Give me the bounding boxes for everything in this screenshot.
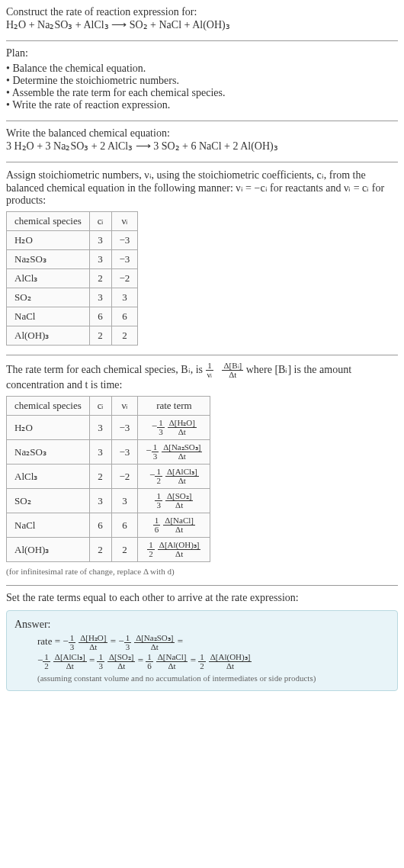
- col-species: chemical species: [7, 212, 90, 231]
- cell-rate: 16Δ[NaCl]Δt: [138, 513, 210, 538]
- cell-rate: −12Δ[AlCl₃]Δt: [138, 465, 210, 489]
- rate-frac-2: Δ[Bᵢ] Δt: [222, 362, 243, 379]
- unbalanced-equation: H₂O + Na₂SO₃ + AlCl₃ ⟶ SO₂ + NaCl + Al(O…: [6, 18, 398, 31]
- answer-title: Answer:: [14, 619, 390, 631]
- col-ci: cᵢ: [89, 212, 111, 231]
- plan-item: Write the rate of reaction expression.: [6, 99, 398, 111]
- cell-vi: 6: [111, 513, 138, 538]
- table-row: Al(OH)₃22: [7, 326, 138, 346]
- col-vi: νᵢ: [111, 212, 138, 231]
- table-row: NaCl66: [7, 307, 138, 326]
- cell-species: NaCl: [7, 307, 90, 326]
- cell-ci: 3: [89, 288, 111, 307]
- cell-ci: 3: [89, 231, 111, 250]
- cell-rate: 12Δ[Al(OH)₃]Δt: [138, 538, 210, 562]
- rate-line-2: −12Δ[AlCl₃]Δt = 13Δ[SO₂]Δt = 16Δ[NaCl]Δt…: [37, 653, 390, 670]
- page-title: Construct the rate of reaction expressio…: [6, 6, 398, 18]
- cell-ci: 2: [89, 269, 111, 288]
- table-row: H₂O3−3−13Δ[H₂O]Δt: [7, 416, 210, 440]
- cell-vi: 3: [111, 489, 138, 513]
- rate-line-1: rate = −13Δ[H₂O]Δt = −13Δ[Na₂SO₃]Δt =: [37, 634, 390, 651]
- cell-vi: −3: [111, 250, 138, 269]
- rate-table: chemical species cᵢ νᵢ rate term H₂O3−3−…: [6, 396, 210, 562]
- cell-species: AlCl₃: [7, 269, 90, 288]
- final-block: Set the rate terms equal to each other t…: [6, 592, 398, 691]
- cell-ci: 3: [89, 416, 111, 440]
- answer-note: (assuming constant volume and no accumul…: [37, 674, 390, 683]
- infinitesimal-note: (for infinitesimal rate of change, repla…: [6, 567, 398, 576]
- table-header-row: chemical species cᵢ νᵢ rate term: [7, 397, 210, 416]
- cell-ci: 2: [89, 326, 111, 346]
- table-row: SO₂33: [7, 288, 138, 307]
- col-species: chemical species: [7, 397, 90, 416]
- rate-intro-text1: The rate term for each chemical species,…: [6, 364, 206, 375]
- plan-item: Balance the chemical equation.: [6, 63, 398, 75]
- answer-expression: rate = −13Δ[H₂O]Δt = −13Δ[Na₂SO₃]Δt =−12…: [37, 634, 390, 670]
- cell-ci: 3: [89, 250, 111, 269]
- divider: [6, 40, 398, 41]
- cell-vi: −2: [111, 269, 138, 288]
- cell-species: Na₂SO₃: [7, 440, 90, 465]
- table-row: AlCl₃2−2: [7, 269, 138, 288]
- cell-species: SO₂: [7, 288, 90, 307]
- col-vi: νᵢ: [111, 397, 138, 416]
- plan-item: Determine the stoichiometric numbers.: [6, 75, 398, 87]
- cell-ci: 6: [89, 513, 111, 538]
- cell-rate: 13Δ[SO₂]Δt: [138, 489, 210, 513]
- cell-vi: −3: [111, 440, 138, 465]
- cell-vi: −2: [111, 465, 138, 489]
- table-row: H₂O3−3: [7, 231, 138, 250]
- col-rate: rate term: [138, 397, 210, 416]
- cell-species: SO₂: [7, 489, 90, 513]
- cell-vi: 3: [111, 288, 138, 307]
- cell-species: AlCl₃: [7, 465, 90, 489]
- cell-species: H₂O: [7, 416, 90, 440]
- table-row: SO₂3313Δ[SO₂]Δt: [7, 489, 210, 513]
- balanced-block: Write the balanced chemical equation: 3 …: [6, 127, 398, 153]
- divider: [6, 121, 398, 121]
- cell-vi: 6: [111, 307, 138, 326]
- plan-item: Assemble the rate term for each chemical…: [6, 87, 398, 99]
- balanced-title: Write the balanced chemical equation:: [6, 127, 398, 140]
- answer-box: Answer: rate = −13Δ[H₂O]Δt = −13Δ[Na₂SO₃…: [6, 610, 398, 691]
- plan-title: Plan:: [6, 47, 398, 59]
- table-header-row: chemical species cᵢ νᵢ: [7, 212, 138, 231]
- divider: [6, 585, 398, 586]
- cell-vi: −3: [111, 416, 138, 440]
- col-ci: cᵢ: [89, 397, 111, 416]
- cell-ci: 6: [89, 307, 111, 326]
- cell-rate: −13Δ[H₂O]Δt: [138, 416, 210, 440]
- cell-species: Na₂SO₃: [7, 250, 90, 269]
- cell-vi: 2: [111, 326, 138, 346]
- balanced-equation: 3 H₂O + 3 Na₂SO₃ + 2 AlCl₃ ⟶ 3 SO₂ + 6 N…: [6, 140, 398, 153]
- table-row: NaCl6616Δ[NaCl]Δt: [7, 513, 210, 538]
- cell-ci: 3: [89, 440, 111, 465]
- cell-species: NaCl: [7, 513, 90, 538]
- table-row: Na₂SO₃3−3−13Δ[Na₂SO₃]Δt: [7, 440, 210, 465]
- cell-ci: 2: [89, 465, 111, 489]
- cell-species: Al(OH)₃: [7, 326, 90, 346]
- cell-rate: −13Δ[Na₂SO₃]Δt: [138, 440, 210, 465]
- cell-ci: 3: [89, 489, 111, 513]
- stoich-table: chemical species cᵢ νᵢ H₂O3−3 Na₂SO₃3−3 …: [6, 211, 138, 346]
- plan-list: Balance the chemical equation. Determine…: [6, 63, 398, 111]
- rate-frac-1: 1 νᵢ: [206, 362, 214, 379]
- divider: [6, 162, 398, 162]
- cell-species: Al(OH)₃: [7, 538, 90, 562]
- table-row: AlCl₃2−2−12Δ[AlCl₃]Δt: [7, 465, 210, 489]
- plan-block: Plan: Balance the chemical equation. Det…: [6, 47, 398, 111]
- stoich-intro: Assign stoichiometric numbers, νᵢ, using…: [6, 169, 398, 207]
- rate-intro: The rate term for each chemical species,…: [6, 362, 398, 391]
- cell-ci: 2: [89, 538, 111, 562]
- rate-term-block: The rate term for each chemical species,…: [6, 362, 398, 576]
- table-row: Na₂SO₃3−3: [7, 250, 138, 269]
- divider: [6, 355, 398, 355]
- cell-species: H₂O: [7, 231, 90, 250]
- final-intro: Set the rate terms equal to each other t…: [6, 592, 398, 604]
- cell-vi: −3: [111, 231, 138, 250]
- header-block: Construct the rate of reaction expressio…: [6, 6, 398, 31]
- stoich-block: Assign stoichiometric numbers, νᵢ, using…: [6, 169, 398, 346]
- cell-vi: 2: [111, 538, 138, 562]
- table-row: Al(OH)₃2212Δ[Al(OH)₃]Δt: [7, 538, 210, 562]
